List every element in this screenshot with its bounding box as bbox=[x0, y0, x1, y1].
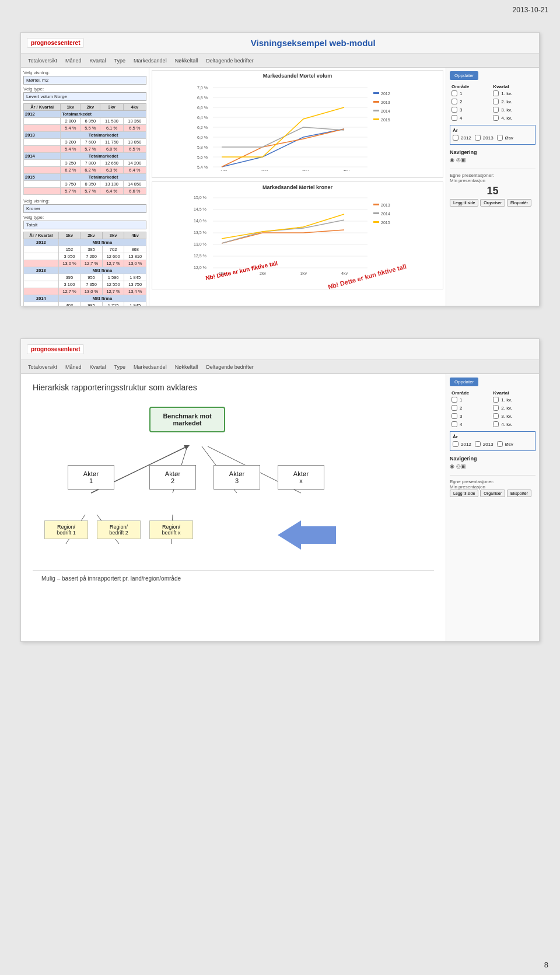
kvartal-label-2: Kvartal bbox=[491, 390, 536, 396]
checkbox-kv4[interactable] bbox=[493, 115, 499, 121]
omrade2-row-4: 4 bbox=[452, 421, 489, 427]
checkbox2-2012[interactable] bbox=[453, 441, 459, 447]
nav-section-1: Navigering ◉ ◎▣ bbox=[450, 149, 536, 163]
checkbox-omrade-3[interactable] bbox=[452, 107, 457, 113]
checkbox2-kv1[interactable] bbox=[493, 397, 499, 403]
nav2-kvartal[interactable]: Kvartal bbox=[88, 364, 108, 371]
btn-organiser-1[interactable]: Organiser bbox=[480, 199, 505, 207]
select-visning-2[interactable]: Kroner bbox=[23, 204, 146, 213]
update-button-2[interactable]: Oppdater bbox=[450, 378, 478, 386]
nav2-totaloversikt[interactable]: Totaloversikt bbox=[26, 364, 60, 371]
slide2-body: Hierarkisk rapporteringsstruktur som avk… bbox=[21, 374, 539, 641]
kvartal2-row-4: 4. kv. bbox=[493, 421, 534, 427]
kvartal-label: Kvartal bbox=[491, 83, 536, 90]
nav-controls-1: ◉ ◎▣ bbox=[450, 157, 536, 163]
checkbox2-kv3[interactable] bbox=[493, 413, 499, 419]
svg-text:6,0 %: 6,0 % bbox=[197, 135, 208, 139]
btn-legg-2[interactable]: Legg til side bbox=[450, 490, 478, 497]
slide2-right: Oppdater Område Kvartal 1 1. kv. 2 2. kv… bbox=[446, 374, 539, 641]
nav-type[interactable]: Type bbox=[112, 57, 128, 64]
slide1-navbar[interactable]: Totaloversikt Måned Kvartal Type Markeds… bbox=[21, 54, 539, 68]
svg-text:1kv: 1kv bbox=[220, 169, 227, 171]
slide2-navbar[interactable]: Totaloversikt Måned Kvartal Type Markeds… bbox=[21, 360, 539, 374]
omrade-table: Område Kvartal 1 1. kv. 2 2. kv. 3 3. kv… bbox=[450, 83, 536, 123]
svg-rect-50 bbox=[373, 212, 379, 214]
checkbox-2012[interactable] bbox=[453, 135, 459, 141]
select-type-2[interactable]: Totalt bbox=[23, 221, 146, 229]
omrade2-row-1: 1 bbox=[452, 397, 489, 403]
benchmark-box: Benchmark mot markedet bbox=[149, 407, 225, 432]
omrade-row-2: 2 bbox=[452, 99, 489, 104]
checkbox2-omrade-2[interactable] bbox=[452, 405, 457, 411]
btn-row-2: Legg til side Organiser Eksportér bbox=[450, 490, 536, 497]
nav2-type[interactable]: Type bbox=[112, 364, 128, 371]
logo-1: prognosesenteret bbox=[27, 38, 84, 48]
svg-rect-26 bbox=[373, 110, 379, 111]
label-type-2: Velg type: bbox=[23, 215, 146, 220]
svg-text:5,6 %: 5,6 % bbox=[197, 155, 208, 159]
checkbox2-omrade-3[interactable] bbox=[452, 413, 457, 419]
region-box-1: Region/bedrift 1 bbox=[44, 520, 88, 539]
svg-text:2013: 2013 bbox=[381, 100, 390, 104]
checkbox-osv[interactable] bbox=[497, 135, 503, 141]
svg-text:7,0 %: 7,0 % bbox=[197, 86, 208, 90]
btn-organiser-2[interactable]: Organiser bbox=[480, 490, 505, 497]
svg-text:6,2 %: 6,2 % bbox=[197, 125, 208, 130]
big-arrow bbox=[278, 520, 324, 544]
svg-text:6,8 %: 6,8 % bbox=[197, 96, 208, 100]
checkbox-omrade-2[interactable] bbox=[452, 99, 457, 104]
year2-2013: 2013 bbox=[475, 441, 494, 447]
year-2013: 2013 bbox=[475, 135, 494, 141]
page-number: 8 bbox=[544, 960, 548, 969]
btn-legg-1[interactable]: Legg til side bbox=[450, 199, 478, 207]
egne-sub-1: Min presentasjon bbox=[450, 178, 536, 183]
chart-kroner: Markedsandel Mørtel kroner 15,0 % 14,5 %… bbox=[152, 181, 443, 289]
svg-text:4kv: 4kv bbox=[343, 169, 349, 171]
slide-1: prognosesenteret Visningseksempel web-mo… bbox=[20, 32, 540, 306]
svg-text:12,0 %: 12,0 % bbox=[194, 265, 206, 270]
actor-box-x: Aktørx bbox=[278, 465, 324, 490]
nav-nokkeltall[interactable]: Nøkkeltall bbox=[173, 57, 201, 64]
kvartal2-row-1: 1. kv. bbox=[493, 397, 534, 403]
checkbox2-kv4[interactable] bbox=[493, 421, 499, 427]
btn-eksporter-2[interactable]: Eksportér bbox=[507, 490, 531, 497]
checkbox2-osv[interactable] bbox=[497, 441, 503, 447]
checkbox-2013[interactable] bbox=[475, 135, 481, 141]
nav-markedsandel[interactable]: Markedsandel bbox=[131, 57, 169, 64]
update-button-1[interactable]: Oppdater bbox=[450, 71, 478, 80]
slide1-title: Visningseksempel web-modul bbox=[93, 38, 533, 48]
nav-maaned[interactable]: Måned bbox=[63, 57, 84, 64]
select-type-1[interactable]: Levert volum Norge bbox=[23, 92, 146, 101]
nav2-deltagende[interactable]: Deltagende bedrifter bbox=[204, 364, 256, 371]
checkbox2-omrade-4[interactable] bbox=[452, 421, 457, 427]
checkbox-kv1[interactable] bbox=[493, 90, 499, 96]
label-visning-2: Velg visning: bbox=[23, 198, 146, 204]
year2-2012: 2012 bbox=[453, 441, 471, 447]
btn-eksporter-1[interactable]: Eksportér bbox=[507, 199, 531, 207]
actor-box-3: Aktør3 bbox=[214, 465, 260, 490]
checkbox2-2013[interactable] bbox=[475, 441, 481, 447]
nav2-nokkeltall[interactable]: Nøkkeltall bbox=[173, 364, 201, 371]
slide1-left: Velg visning: Mørtel, m2 Velg type: Leve… bbox=[21, 68, 149, 306]
nav2-maaned[interactable]: Måned bbox=[63, 364, 84, 371]
checkbox-kv3[interactable] bbox=[493, 107, 499, 113]
svg-text:5,8 %: 5,8 % bbox=[197, 145, 208, 149]
checkbox2-omrade-1[interactable] bbox=[452, 397, 457, 403]
checkbox-omrade-4[interactable] bbox=[452, 115, 457, 121]
chart2-title: Markedsandel Mørtel kroner bbox=[155, 184, 440, 190]
svg-text:14,5 %: 14,5 % bbox=[194, 207, 206, 211]
nav-deltagende[interactable]: Deltagende bedrifter bbox=[204, 57, 256, 64]
checkbox-kv2[interactable] bbox=[493, 99, 499, 104]
svg-marker-62 bbox=[278, 520, 336, 550]
svg-rect-52 bbox=[373, 221, 379, 223]
svg-text:14,0 %: 14,0 % bbox=[194, 219, 206, 223]
nav-totaloversikt[interactable]: Totaloversikt bbox=[26, 57, 60, 64]
kvartal2-row-2: 2. kv. bbox=[493, 405, 534, 411]
checkbox2-kv2[interactable] bbox=[493, 405, 499, 411]
actor-box-2: Aktør2 bbox=[149, 465, 196, 490]
checkbox-omrade-1[interactable] bbox=[452, 90, 457, 96]
select-visning-1[interactable]: Mørtel, m2 bbox=[23, 76, 146, 85]
year-title-2: År bbox=[453, 434, 533, 439]
nav-kvartal[interactable]: Kvartal bbox=[88, 57, 108, 64]
nav2-markedsandel[interactable]: Markedsandel bbox=[131, 364, 169, 371]
